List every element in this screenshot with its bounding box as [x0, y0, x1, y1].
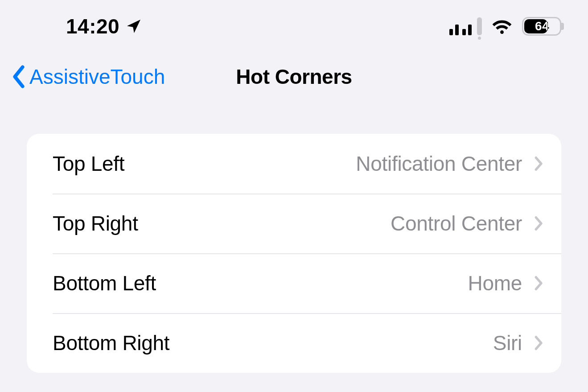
row-value: Siri — [493, 331, 522, 355]
row-value: Notification Center — [356, 152, 522, 176]
row-value: Home — [468, 271, 522, 295]
row-value: Control Center — [391, 211, 522, 235]
cellular-signal-icon — [449, 17, 482, 35]
row-label: Top Right — [53, 211, 138, 235]
chevron-left-icon — [11, 65, 27, 88]
row-top-right[interactable]: Top Right Control Center — [27, 194, 561, 253]
wifi-icon — [492, 18, 512, 34]
chevron-right-icon — [535, 156, 543, 171]
page-title: Hot Corners — [236, 65, 352, 89]
back-label: AssistiveTouch — [29, 65, 165, 89]
row-top-left[interactable]: Top Left Notification Center — [27, 134, 561, 194]
battery-indicator: 64 — [522, 17, 561, 36]
location-icon — [125, 17, 143, 35]
status-right: 64 — [449, 17, 561, 36]
chevron-right-icon — [535, 335, 543, 351]
row-label: Bottom Right — [53, 331, 169, 355]
chevron-right-icon — [535, 276, 543, 291]
row-bottom-right[interactable]: Bottom Right Siri — [27, 313, 561, 373]
nav-bar: AssistiveTouch Hot Corners — [0, 53, 588, 101]
battery-percent: 64 — [523, 19, 560, 33]
row-label: Top Left — [53, 152, 124, 176]
back-button[interactable]: AssistiveTouch — [11, 53, 165, 101]
chevron-right-icon — [535, 216, 543, 231]
row-label: Bottom Left — [53, 271, 156, 295]
sim-alert-icon — [477, 17, 482, 35]
status-left: 14:20 — [66, 14, 143, 38]
status-bar: 14:20 64 — [0, 0, 588, 53]
row-bottom-left[interactable]: Bottom Left Home — [27, 253, 561, 313]
status-time: 14:20 — [66, 14, 119, 38]
hot-corners-list: Top Left Notification Center Top Right C… — [27, 134, 561, 373]
